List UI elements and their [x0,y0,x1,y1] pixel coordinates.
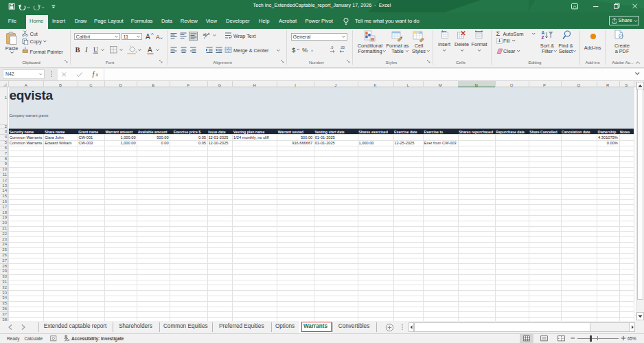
svg-text:ab: ab [203,32,208,36]
svg-text:Z: Z [542,35,544,40]
svg-text:,: , [311,45,313,52]
svg-text:A: A [146,33,150,41]
svg-text:A: A [542,30,545,35]
svg-text:A: A [156,34,160,41]
svg-text:Σ: Σ [496,30,501,36]
svg-text:A: A [148,46,152,54]
svg-text:.0: .0 [330,45,333,49]
svg-text:U: U [93,46,98,53]
svg-text:B: B [76,46,80,54]
svg-text:.00: .00 [340,45,345,49]
svg-text:%: % [302,47,308,54]
svg-text:$: $ [292,46,296,54]
svg-text:I: I [84,46,88,54]
svg-text:x: x [95,71,99,78]
